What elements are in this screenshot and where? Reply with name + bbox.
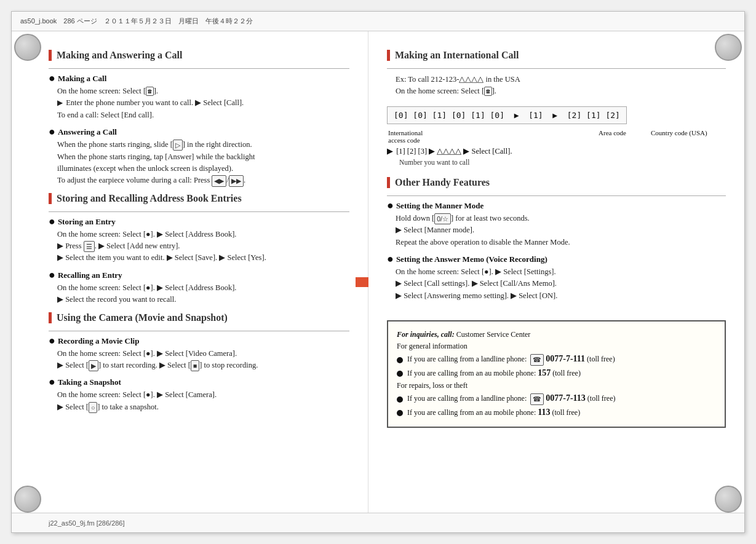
manner-line-2: ▶ Select [Manner mode]. [396,224,726,236]
manner-line-3: Repeat the above operation to disable th… [396,237,726,248]
bullet-title-answering: ● Answering a Call [49,127,349,137]
bottom-filename: j22_as50_9j.fm [49,519,95,527]
store-line-1: On the home screen: Select [●]. ▶ Select… [57,229,349,240]
bullet-title-making-a-call: ● Making a Call [49,74,349,84]
bullet-title-recalling: ● Recalling an Entry [49,270,349,280]
phone-icon-inquiry-2: ☎ [530,393,544,405]
phone-icon: ☎ [146,87,154,96]
answer-line-2: When the phone starts ringing, tap [Answ… [57,151,349,163]
diagram-keys: [0] [0] [1] [0] [1] [0] [394,111,504,120]
section-other-handy: Other Handy Features ● Setting the Manne… [387,177,726,302]
diagram-seg2: [2] [1] [2] [567,111,620,120]
bullet-title-snapshot: ● Taking a Snapshot [49,377,349,387]
bullet-making-a-call: ● Making a Call On the home screen: Sele… [49,74,349,121]
bullet-answering-a-call: ● Answering a Call When the phone starts… [49,127,349,187]
phone-icon-inquiry-1: ☎ [530,354,544,366]
bullet-body-recalling: On the home screen: Select [●]. ▶ Select… [49,282,349,306]
bullet-dot: ● [49,73,55,84]
bullet-storing: ● Storing an Entry On the home screen: S… [49,217,349,264]
inquiry-item-1: If you are calling from a landline phone… [397,352,716,366]
intl-diagram-container: [0] [0] [1] [0] [1] [0] ▶ [1] ▶ [2] [1] … [387,103,726,144]
bullet-dot-3: ● [49,216,55,227]
memo-line-3: ▶ Select [Answering memo setting]. ▶ Sel… [396,290,726,302]
section-heading-making-answering: Making and Answering a Call [49,50,349,61]
bullet-body-manner: Hold down [0/☆] for at least two seconds… [387,213,726,248]
inquiry-box: For inquiries, call: Customer Service Ce… [387,320,726,428]
bullet-snapshot: ● Taking a Snapshot On the home screen: … [49,377,349,413]
bullet-dot-4: ● [49,269,55,280]
bullet-answer-memo: ● Setting the Answer Memo (Voice Recordi… [387,254,726,302]
left-column: Making and Answering a Call ● Making a C… [12,31,368,532]
bullet-dot-5: ● [49,335,55,346]
bullet-manner-mode: ● Setting the Manner Mode Hold down [0/☆… [387,201,726,248]
inquiry-header-rest: Customer Service Center [456,330,531,339]
line-2: ▶ Enter the phone number you want to cal… [57,97,349,109]
bullet-title-answer-memo: ● Setting the Answer Memo (Voice Recordi… [387,254,726,264]
vol-up-icon: ▶▶ [229,175,244,186]
section-heading-storing: Storing and Recalling Address Book Entri… [49,193,349,204]
snap-line-1: On the home screen: Select [●]. ▶ Select… [57,389,349,401]
line-1: On the home screen: Select [☎]. [57,85,349,97]
inquiry-repair-label: For repairs, loss or theft [397,380,716,392]
intl-intro: Ex: To call 212-123-△△△△ in the USA On t… [387,74,726,98]
record-stop-icon: ■ [191,360,199,371]
bullet-body-answering: When the phone starts ringing, slide [▷]… [49,139,349,187]
section-divider-3 [49,331,349,331]
section-intl-call: Making an International Call Ex: To call… [387,50,726,166]
bullet-recalling: ● Recalling an Entry On the home screen:… [49,270,349,306]
intl-line-1: Ex: To call 212-123-△△△△ in the USA [396,74,726,85]
memo-line-1: On the home screen: Select [●]. ▶ Select… [396,266,726,278]
bullet-label-storing: Storing an Entry [58,217,116,227]
menu-icon: ☰ [84,241,95,252]
tollfree-4: (toll free) [552,408,581,417]
section-divider-1 [49,68,349,69]
inquiry-dot-3 [397,396,403,403]
answer-line-3: illuminates (except when the unlock scre… [57,163,349,175]
diagram-seg1: [1] [528,111,543,120]
bullet-label-recalling: Recalling an Entry [58,270,122,280]
bullet-label: Making a Call [58,74,106,84]
section-heading-other: Other Handy Features [387,177,726,188]
top-bar-text: as50_j.book 286 ページ ２０１１年５月２３日 月曜日 午後４時２… [20,17,253,26]
section-making-answering: Making and Answering a Call ● Making a C… [49,50,349,187]
inquiry-item-3: If you are calling from a landline phone… [397,392,716,405]
inquiry-header-line: For inquiries, call: Customer Service Ce… [397,329,716,341]
record-start-icon: ▶ [89,360,98,371]
section-heading-intl: Making an International Call [387,50,726,61]
bullet-title-storing: ● Storing an Entry [49,217,349,227]
section-divider-intl [387,68,726,69]
recall-line-1: On the home screen: Select [●]. ▶ Select… [57,282,349,294]
inquiry-item-4: If you are calling from an au mobile pho… [397,406,716,419]
section-camera: Using the Camera (Movie and Snapshot) ● … [49,312,349,414]
intl-line-2: On the home screen: Select [☎]. [396,85,726,97]
bullet-label-answering: Answering a Call [58,127,117,137]
record-line-2: ▶ Select [▶] to start recording. ▶ Selec… [57,360,349,371]
bullet-dot-2: ● [49,126,55,137]
number-4: 113 [538,408,550,417]
line-3: To end a call: Select [End call]. [57,109,349,121]
bullet-body-storing: On the home screen: Select [●]. ▶ Select… [49,229,349,264]
step2-arrow: ▶ [387,147,393,156]
power-key-icon: 0/☆ [434,213,451,224]
label-country: Country code (USA) [651,129,725,144]
tollfree-1: (toll free) [587,355,615,363]
section-storing-recalling: Storing and Recalling Address Book Entri… [49,193,349,306]
bullet-body-snapshot: On the home screen: Select [●]. ▶ Select… [49,389,349,413]
number-3: 0077-7-113 [546,393,586,403]
shutter-icon: ○ [89,402,97,413]
bullet-label-snapshot: Taking a Snapshot [58,377,121,387]
section-divider-2 [49,211,349,212]
bullet-title-manner: ● Setting the Manner Mode [387,201,726,211]
bottom-bar: j22_as50_9j.fm [286/286] [12,513,744,532]
inquiry-dot-1 [397,357,403,363]
store-line-3: ▶ Select the item you want to edit. ▶ Se… [57,252,349,264]
inquiry-item-2: If you are calling from an au mobile pho… [397,366,716,380]
bullet-dot-8: ● [387,253,394,264]
record-line-1: On the home screen: Select [●]. ▶ Select… [57,348,349,360]
manner-line-1: Hold down [0/☆] for at least two seconds… [396,213,726,224]
memo-line-2: ▶ Select [Call settings]. ▶ Select [Call… [396,278,726,290]
bullet-body-making-a-call: On the home screen: Select [☎]. ▶ Enter … [49,85,349,121]
slide-icon: ▷ [173,140,183,151]
content-area: Making and Answering a Call ● Making a C… [12,31,744,532]
intl-step2: ▶ [1] [2] [3] ▶ △△△△ ▶ Select [Call]. [387,146,726,156]
